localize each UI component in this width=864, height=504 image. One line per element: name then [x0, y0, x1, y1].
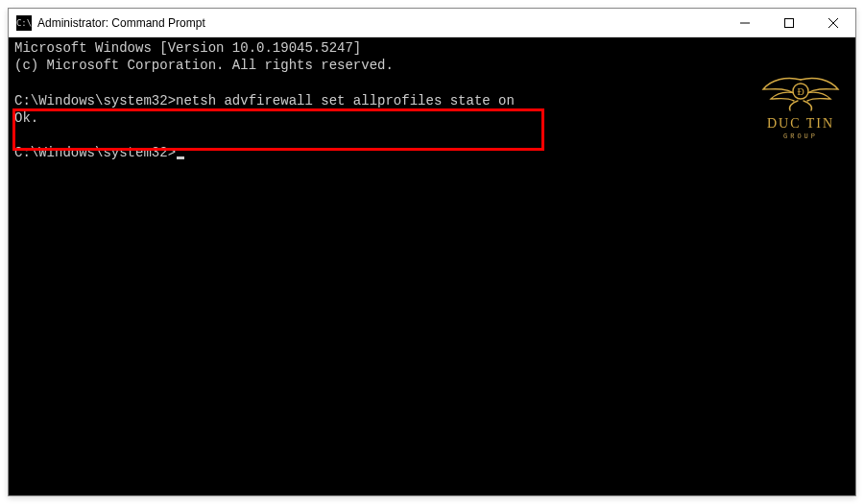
- titlebar[interactable]: C:\ Administrator: Command Prompt: [9, 9, 855, 37]
- maximize-icon: [784, 18, 794, 28]
- close-icon: [828, 18, 838, 28]
- window-controls: [723, 9, 855, 36]
- prompt-path: C:\Windows\system32>: [14, 93, 176, 108]
- minimize-button[interactable]: [723, 9, 767, 37]
- typed-command: netsh advfirewall set allprofiles state …: [176, 93, 515, 108]
- window-title: Administrator: Command Prompt: [37, 16, 723, 30]
- svg-rect-1: [785, 19, 794, 28]
- version-line: Microsoft Windows [Version 10.0.19045.52…: [14, 39, 850, 57]
- minimize-icon: [740, 18, 750, 28]
- prompt-path: C:\Windows\system32>: [14, 145, 176, 160]
- cursor: [177, 156, 184, 159]
- command-prompt-window: C:\ Administrator: Command Prompt Micros…: [8, 8, 856, 496]
- copyright-line: (c) Microsoft Corporation. All rights re…: [14, 57, 850, 74]
- result-line: Ok.: [14, 109, 850, 127]
- maximize-button[interactable]: [767, 9, 811, 37]
- command-line-1: C:\Windows\system32>netsh advfirewall se…: [14, 92, 850, 109]
- blank-line: [14, 127, 850, 144]
- blank-line: [14, 74, 850, 91]
- terminal-area[interactable]: Microsoft Windows [Version 10.0.19045.52…: [9, 37, 855, 495]
- close-button[interactable]: [811, 9, 855, 37]
- app-icon: C:\: [16, 15, 32, 31]
- command-line-2: C:\Windows\system32>: [14, 144, 850, 161]
